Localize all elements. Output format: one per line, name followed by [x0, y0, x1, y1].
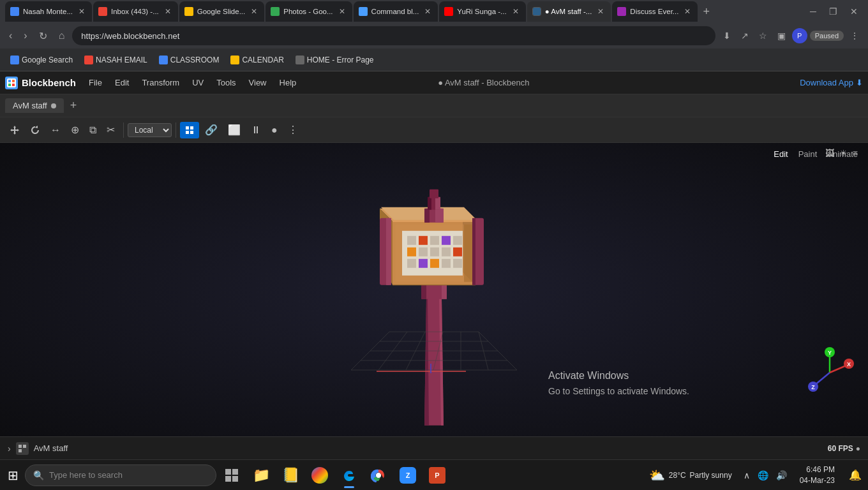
weather-icon: ⛅: [649, 468, 665, 483]
start-button[interactable]: ⊞: [3, 463, 24, 488]
tab-7-active[interactable]: ● AvM staff -... ✕: [527, 1, 611, 22]
download-icon[interactable]: ⬇: [719, 28, 735, 43]
notification-icon[interactable]: 🔔: [845, 466, 865, 484]
weather-widget[interactable]: ⛅ 28°C Partly sunny: [645, 468, 736, 483]
menu-transform[interactable]: Transform: [137, 75, 184, 90]
cut-tool-button[interactable]: ✂: [102, 121, 119, 139]
bookmark-label-email: NASAH EMAIL: [96, 56, 147, 64]
edit-tab[interactable]: Edit: [771, 148, 790, 160]
svg-rect-75: [23, 445, 26, 448]
bookmark-classroom[interactable]: CLASSROOM: [154, 53, 225, 67]
url-input[interactable]: [72, 26, 715, 45]
menu-edit[interactable]: Edit: [110, 75, 134, 90]
system-clock[interactable]: 6:46 PM 04-Mar-23: [795, 464, 840, 486]
menu-view[interactable]: View: [244, 75, 272, 90]
fps-value: 60 FPS: [828, 444, 853, 453]
blockbench-window-title: ● AvM staff - Blockbench: [438, 78, 529, 87]
home-button[interactable]: ⌂: [55, 27, 69, 44]
expand-panel-button[interactable]: ›: [8, 443, 11, 454]
tab-close-7[interactable]: ✕: [595, 6, 606, 17]
staff-model-svg: [332, 143, 536, 432]
chevron-up-icon[interactable]: ∧: [741, 468, 752, 483]
canvas-area[interactable]: Activate Windows Go to Settings to activ…: [0, 143, 868, 436]
svg-rect-41: [472, 218, 475, 285]
tab-close-3[interactable]: ✕: [249, 6, 259, 17]
tab-close-4[interactable]: ✕: [337, 6, 347, 17]
minimize-button[interactable]: ─: [805, 0, 821, 23]
tab-close-6[interactable]: ✕: [511, 6, 521, 17]
panel-menu-icon[interactable]: ≡: [853, 148, 858, 158]
back-button[interactable]: ‹: [5, 27, 16, 44]
reload-button[interactable]: ↻: [35, 27, 51, 45]
tab-6[interactable]: YuRi Sunga -... ✕: [439, 1, 525, 22]
close-button[interactable]: ✕: [845, 0, 863, 23]
tab-favicon-5: [359, 7, 368, 16]
add-project-button[interactable]: +: [66, 99, 81, 112]
zoom-icon[interactable]: Z: [394, 461, 422, 489]
chrome-icon[interactable]: [364, 461, 393, 489]
bottom-project-icon: [16, 442, 29, 455]
volume-icon[interactable]: 🔊: [774, 468, 789, 483]
bookmark-favicon-home: [296, 56, 304, 64]
texture-view-icon[interactable]: 🖼: [825, 148, 834, 158]
tab-close-5[interactable]: ✕: [423, 6, 433, 17]
pivot-tool-button[interactable]: ⊕: [66, 121, 84, 139]
menu-tools[interactable]: Tools: [211, 75, 241, 90]
box-select-button[interactable]: ⬜: [223, 121, 245, 139]
bookmark-home[interactable]: HOME - Error Page: [290, 53, 379, 67]
more-tools-button[interactable]: ⋮: [283, 121, 303, 139]
tab-label-5: Command bl...: [371, 8, 419, 15]
tab-favicon-1: [10, 7, 19, 16]
share-icon[interactable]: ↗: [737, 28, 752, 43]
rotate-tool-button[interactable]: [26, 122, 45, 138]
menu-help[interactable]: Help: [274, 75, 302, 90]
move-tool-button[interactable]: [5, 122, 24, 138]
bookmark-icon[interactable]: ☆: [755, 28, 771, 43]
activate-windows-title: Activate Windows: [548, 368, 689, 384]
edit-mode-button[interactable]: [180, 122, 199, 138]
bookmark-calendar[interactable]: CALENDAR: [225, 53, 288, 67]
mirror-tool-button[interactable]: ⧉: [85, 121, 101, 139]
powerpoint-icon[interactable]: P: [423, 461, 451, 489]
tab-close-1[interactable]: ✕: [77, 6, 87, 17]
tab-favicon-8: [617, 7, 626, 16]
vertex-tool-button[interactable]: ●: [267, 121, 282, 139]
menu-file[interactable]: File: [84, 75, 107, 90]
pause-button[interactable]: ⏸: [246, 121, 266, 139]
tab-5[interactable]: Command bl... ✕: [354, 1, 438, 22]
sticky-notes-icon[interactable]: 📒: [276, 461, 304, 489]
tab-bar: Nasah Monte... ✕ Inbox (443) -... ✕ Goog…: [0, 0, 868, 23]
coordinate-system-select[interactable]: Local Global: [128, 123, 172, 137]
tab-close-8[interactable]: ✕: [682, 6, 692, 17]
edge-browser-icon[interactable]: [335, 461, 363, 489]
file-manager-icon[interactable]: 📁: [247, 461, 275, 489]
task-view-button[interactable]: [218, 461, 246, 489]
flip-tool-button[interactable]: ↔: [46, 121, 65, 139]
svg-rect-48: [428, 197, 431, 210]
tab-3[interactable]: Google Slide... ✕: [179, 1, 264, 22]
tab-1[interactable]: Nasah Monte... ✕: [5, 1, 92, 22]
tab-8[interactable]: Discuss Ever... ✕: [612, 1, 698, 22]
tab-close-2[interactable]: ✕: [163, 6, 173, 17]
bookmark-google-search[interactable]: Google Search: [5, 53, 78, 67]
tab-4[interactable]: Photos - Goo... ✕: [266, 1, 352, 22]
project-tab-avm-staff[interactable]: AvM staff: [5, 98, 64, 113]
menu-uv[interactable]: UV: [187, 75, 209, 90]
new-tab-button[interactable]: +: [699, 5, 714, 19]
bookmark-nasah-email[interactable]: NASAH EMAIL: [79, 53, 153, 67]
search-bar[interactable]: 🔍 Type here to search: [25, 464, 216, 486]
photos-icon[interactable]: [306, 461, 334, 489]
sidebar-toggle[interactable]: ▣: [774, 28, 789, 43]
paused-badge[interactable]: Paused: [810, 31, 844, 41]
clock-date: 04-Mar-23: [800, 475, 835, 486]
profile-button[interactable]: P: [792, 28, 807, 43]
menu-button[interactable]: ⋮: [846, 28, 863, 43]
network-icon[interactable]: 🌐: [755, 468, 771, 483]
lighting-icon[interactable]: ☀: [839, 148, 848, 158]
forward-button[interactable]: ›: [20, 27, 31, 44]
restore-button[interactable]: ❐: [824, 0, 842, 23]
paint-tab[interactable]: Paint: [796, 148, 820, 160]
download-app-button[interactable]: Download App ⬇: [800, 78, 863, 87]
link-tool-button[interactable]: 🔗: [200, 121, 222, 139]
tab-2[interactable]: Inbox (443) -... ✕: [93, 1, 178, 22]
